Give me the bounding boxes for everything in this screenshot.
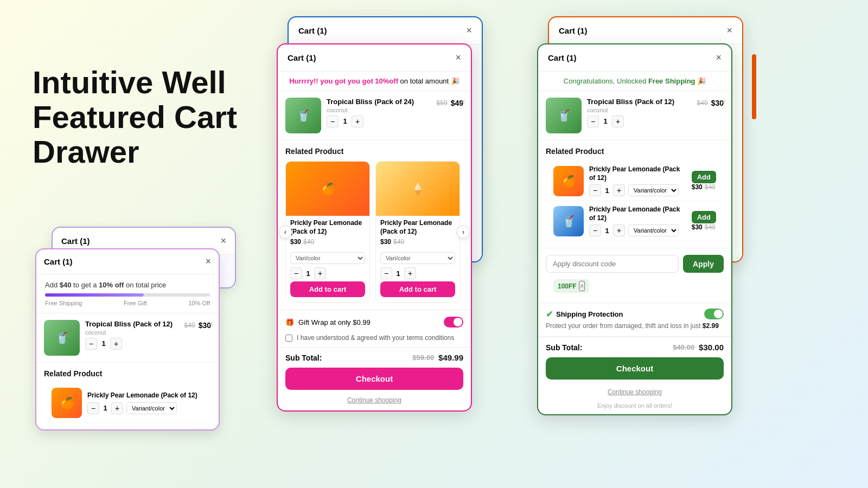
center-drawer-group: Cart (1) × Cart (1) × Hurrrry!! you got … [277,11,494,477]
carousel-next-btn[interactable]: › [457,226,470,239]
carousel-card-2: 🍦 Prickly Pear Lemonade (Pack of 12) $30… [375,161,460,303]
right-continue-sub: Enjoy discount on all orders! [538,402,731,413]
progress-label-2: Free Gift [124,300,147,306]
ship-prot-toggle[interactable] [704,309,724,319]
gift-toggle[interactable] [444,317,463,328]
carousel-img-1: 🍊 [286,162,369,216]
toggle-dot [454,318,462,326]
right-qty-decrease[interactable]: − [587,115,599,127]
right-front-title: Cart (1) [548,53,577,62]
right-checkout-button[interactable]: Checkout [546,357,724,380]
left-product-qty-ctrl: − 1 + [85,338,179,350]
left-back-close[interactable]: × [220,235,226,247]
center-front-header: Cart (1) × [278,44,471,72]
right-rel-qty-1: − 1 + [589,184,625,196]
right-subtotal-row: Sub Total: $40.00 $30.00 [538,337,731,357]
right-front-close[interactable]: × [716,52,722,63]
terms-label: I have understood & agreed with your ter… [297,334,454,342]
left-qty-increase[interactable]: + [110,338,122,350]
right-promo-banner: Congratulations, Unlocked Free Shipping … [538,72,731,91]
left-qty-decrease[interactable]: − [85,338,97,350]
right-variant-select-1[interactable]: Variant/color [628,184,679,196]
center-subtotal-old: $59.00 [412,354,434,362]
center-subtotal-row: Sub Total: $59.00 $49.99 [278,347,471,368]
center-product-prices: $59 $49 [437,99,463,107]
right-rel-qty-inc-2[interactable]: + [613,224,625,236]
right-related-item-1: 🍊 Prickly Pear Lemonade (Pack of 12) − 1… [546,161,724,201]
right-rel-qty-dec-1[interactable]: − [589,184,601,196]
carousel-variant-2[interactable]: Vari/color [380,252,455,264]
center-qty-decrease[interactable]: − [327,115,339,127]
carousel-qty-dec-1[interactable]: − [290,267,302,279]
left-rel-qty-decrease[interactable]: − [87,402,99,414]
carousel-prev-btn[interactable]: ‹ [279,226,292,239]
carousel-add-btn-1[interactable]: Add to cart [290,281,365,297]
right-back-close[interactable]: × [726,25,732,36]
right-related-title: Related Product [546,147,724,156]
center-qty-value: 1 [341,117,349,125]
right-related-img-1: 🍊 [553,166,584,196]
carousel-qty-dec-2[interactable]: − [380,267,392,279]
right-promo-text: Congratulations, Unlocked [564,77,648,85]
left-product-remove[interactable]: × [208,319,213,328]
right-continue-link[interactable]: Continue shooping [538,385,731,402]
orange-accent-bar [752,54,756,119]
center-front-title: Cart (1) [288,53,316,62]
coupon-code: 100FF [558,282,577,290]
right-rel-qty-dec-2[interactable]: − [589,224,601,236]
discount-input[interactable] [546,255,679,273]
right-promo-highlight: Free Shipping [648,77,695,85]
center-back-header: Cart (1) × [289,17,482,44]
right-related-img-2: 🥤 [553,206,584,236]
left-product-item: 🥤 Tropical Bliss (Pack of 12) coconut − … [36,313,219,363]
left-front-title: Cart (1) [44,257,73,266]
left-product-name: Tropical Bliss (Pack of 12) [85,320,179,329]
center-qty-increase[interactable]: + [352,115,363,127]
right-subtotal-label: Sub Total: [546,343,582,352]
center-product-remove[interactable]: × [461,97,465,106]
left-front-close[interactable]: × [205,256,211,267]
center-continue-link[interactable]: Continue shooping [278,393,471,410]
left-related-item: 🍊 Prickly Pear Lemonade (Pack of 12) − 1… [44,383,211,423]
progress-suffix: on total price [126,281,166,289]
center-checkout-button[interactable]: Checkout [285,368,463,390]
progress-labels: Free Shipping Free Gift 10% Off [45,300,210,306]
coupon-tag: 100FF × [553,279,589,293]
left-rel-qty-increase[interactable]: + [111,402,123,414]
carousel-qty-inc-2[interactable]: + [404,267,416,279]
coupon-remove-btn[interactable]: × [579,281,585,291]
carousel-card-1: 🍊 Prickly Pear Lemonade (Pack of 12) $30… [285,161,370,303]
center-back-close[interactable]: × [466,25,472,36]
left-related-qty: − 1 + [87,402,123,414]
terms-checkbox[interactable] [285,335,292,342]
left-related-title: Related Product [44,369,211,378]
carousel-name-2: Prickly Pear Lemonade (Pack of 12) [380,219,455,236]
right-variant-select-2[interactable]: Variant/color [628,224,679,236]
carousel-name-1: Prickly Pear Lemonade (Pack of 12) [290,219,365,236]
right-add-btn-1[interactable]: Add [692,171,716,183]
hero-title: Intuitive Well Featured Cart Drawer [33,65,260,169]
progress-bar-track [45,293,210,297]
center-front-close[interactable]: × [455,52,461,63]
left-qty-value: 1 [100,339,107,348]
right-product-prices: $40 $30 [697,99,724,107]
left-related-section: Related Product 🍊 Prickly Pear Lemonade … [36,363,219,429]
center-front-drawer: Cart (1) × Hurrrry!! you got you got 10%… [277,43,472,412]
left-variant-select[interactable]: Variant/color [126,402,177,414]
center-carousel: ‹ 🍊 Prickly Pear Lemonade (Pack of 12) $… [285,161,463,303]
center-product-name: Tropical Bliss (Pack of 24) [327,98,431,107]
carousel-qty-inc-1[interactable]: + [314,267,326,279]
carousel-track: 🍊 Prickly Pear Lemonade (Pack of 12) $30… [285,161,463,303]
carousel-variant-1[interactable]: Vari/color [290,252,365,264]
right-qty-increase[interactable]: + [612,115,624,127]
right-drawer-group: Cart (1) × Cart (1) × Congratulations, U… [537,11,754,477]
right-related-name-1: Prickly Pear Lemonade (Pack of 12) [589,165,686,182]
carousel-add-btn-2[interactable]: Add to cart [380,281,455,297]
center-subtotal-new: $49.99 [438,353,463,362]
right-product-remove[interactable]: × [721,97,726,106]
apply-button[interactable]: Apply [683,255,724,273]
gift-wrap-row: 🎁 Gift Wrap at only $0.99 [278,310,471,334]
left-related-name: Prickly Pear Lemonade (Pack of 12) [87,391,203,400]
right-add-btn-2[interactable]: Add [692,211,716,223]
right-rel-qty-inc-1[interactable]: + [613,184,625,196]
